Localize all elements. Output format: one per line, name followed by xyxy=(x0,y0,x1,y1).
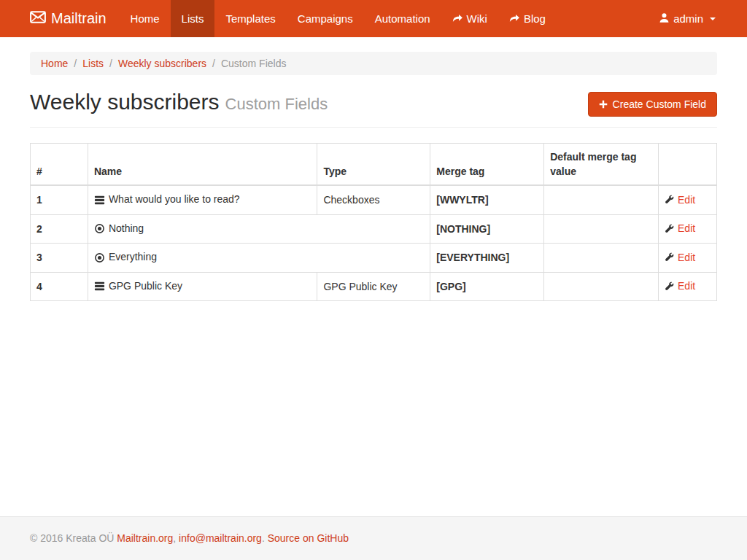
field-name-cell: Nothing xyxy=(88,214,430,244)
edit-cell: Edit xyxy=(659,185,717,214)
column-header: Type xyxy=(317,144,430,186)
field-name: GPG Public Key xyxy=(94,279,182,293)
field-name: What would you like to read? xyxy=(94,192,240,206)
nav-item-automation[interactable]: Automation xyxy=(364,0,441,37)
footer-link-source-on-github[interactable]: Source on GitHub xyxy=(268,532,349,544)
page-footer: © 2016 Kreata OÜ Mailtrain.org, info@mai… xyxy=(0,516,747,560)
nav-item-campaigns[interactable]: Campaigns xyxy=(287,0,364,37)
table-row: 1What would you like to read?Checkboxes[… xyxy=(31,185,717,214)
nav-item-label: Lists xyxy=(182,12,204,25)
table-row: 4GPG Public KeyGPG Public Key[GPG]Edit xyxy=(31,272,717,301)
list-icon xyxy=(94,281,105,292)
wrench-icon xyxy=(665,281,674,291)
field-type-cell: GPG Public Key xyxy=(317,272,430,301)
nav-item-label: Home xyxy=(131,12,160,25)
field-name-label: GPG Public Key xyxy=(109,279,182,293)
column-header: Merge tag xyxy=(430,144,544,186)
nav-item-home[interactable]: Home xyxy=(120,0,171,37)
column-header: Default merge tag value xyxy=(544,144,659,186)
row-number: 1 xyxy=(31,185,88,214)
external-link-icon xyxy=(509,14,519,24)
table-row: 2Nothing[NOTHING]Edit xyxy=(31,214,717,244)
breadcrumb-item: Lists xyxy=(82,58,104,69)
edit-cell: Edit xyxy=(659,214,717,244)
nav-item-templates[interactable]: Templates xyxy=(214,0,286,37)
nav-item-label: Blog xyxy=(524,12,546,25)
edit-link[interactable]: Edit xyxy=(665,250,695,265)
create-custom-field-button[interactable]: Create Custom Field xyxy=(588,92,717,117)
footer-copyright-text: , xyxy=(173,532,179,544)
row-number: 4 xyxy=(31,272,88,301)
breadcrumb-separator: / xyxy=(212,58,215,69)
footer-link-info-mailtrain-org[interactable]: info@mailtrain.org xyxy=(179,532,262,544)
merge-tag-cell: [GPG] xyxy=(430,272,544,301)
field-name-label: Everything xyxy=(109,249,157,264)
edit-label: Edit xyxy=(678,279,695,293)
breadcrumb-link-weekly-subscribers[interactable]: Weekly subscribers xyxy=(118,58,206,69)
edit-link[interactable]: Edit xyxy=(665,192,695,207)
wrench-icon xyxy=(665,224,674,233)
page-subtitle: Custom Fields xyxy=(225,95,328,113)
column-header: Name xyxy=(88,144,317,186)
nav-item-label: Templates xyxy=(225,12,275,25)
plus-icon xyxy=(599,100,608,109)
nav-item-label: Wiki xyxy=(467,12,487,25)
edit-link[interactable]: Edit xyxy=(665,221,695,236)
edit-label: Edit xyxy=(678,250,695,265)
user-icon xyxy=(659,12,670,26)
breadcrumb-link-lists[interactable]: Lists xyxy=(82,58,104,69)
edit-link[interactable]: Edit xyxy=(665,279,695,293)
nav-item-label: Campaigns xyxy=(298,12,353,25)
external-link-icon xyxy=(452,14,462,24)
column-header: # xyxy=(31,144,88,186)
column-header xyxy=(659,144,717,186)
nav-item-blog[interactable]: Blog xyxy=(498,0,557,37)
field-type-cell: Checkboxes xyxy=(317,185,430,214)
create-custom-field-label: Create Custom Field xyxy=(613,98,706,110)
edit-label: Edit xyxy=(678,192,695,207)
edit-label: Edit xyxy=(678,221,695,236)
page-title-text: Weekly subscribers xyxy=(30,90,220,114)
wrench-icon xyxy=(665,252,674,262)
field-name: Everything xyxy=(94,249,157,264)
record-icon xyxy=(94,252,105,263)
default-merge-tag-value-cell xyxy=(544,185,659,214)
breadcrumb-separator: / xyxy=(109,58,112,69)
nav-item-wiki[interactable]: Wiki xyxy=(441,0,498,37)
custom-fields-table: #NameTypeMerge tagDefault merge tag valu… xyxy=(30,143,717,301)
breadcrumb-link-home[interactable]: Home xyxy=(41,58,68,69)
field-name: Nothing xyxy=(94,221,144,236)
footer-copyright-text: © 2016 Kreata OÜ xyxy=(30,532,117,544)
edit-cell: Edit xyxy=(659,244,717,273)
user-name: admin xyxy=(673,12,703,25)
footer-text: © 2016 Kreata OÜ Mailtrain.org, info@mai… xyxy=(30,532,717,544)
merge-tag-cell: [EVERYTHING] xyxy=(430,244,544,273)
top-navbar: Mailtrain HomeListsTemplatesCampaignsAut… xyxy=(0,0,747,37)
breadcrumb-item: Home xyxy=(41,58,68,69)
breadcrumb-separator: / xyxy=(74,58,77,69)
field-name-cell: GPG Public Key xyxy=(88,272,317,301)
brand-logo[interactable]: Mailtrain xyxy=(30,0,120,37)
footer-link-mailtrain-org[interactable]: Mailtrain.org xyxy=(117,532,173,544)
nav-item-lists[interactable]: Lists xyxy=(171,0,215,37)
record-icon xyxy=(94,223,105,234)
merge-tag-cell: [NOTHING] xyxy=(430,214,544,244)
main-nav: HomeListsTemplatesCampaignsAutomationWik… xyxy=(120,0,557,37)
row-number: 2 xyxy=(31,214,88,244)
field-name-cell: Everything xyxy=(88,244,430,273)
breadcrumb-item: Weekly subscribers xyxy=(118,58,206,69)
envelope-icon xyxy=(30,10,46,27)
chevron-down-icon xyxy=(710,18,716,20)
default-merge-tag-value-cell xyxy=(544,244,659,273)
row-number: 3 xyxy=(31,244,88,273)
default-merge-tag-value-cell xyxy=(544,214,659,244)
edit-cell: Edit xyxy=(659,272,717,301)
breadcrumb: Home/Lists/Weekly subscribers/Custom Fie… xyxy=(30,52,717,75)
default-merge-tag-value-cell xyxy=(544,272,659,301)
brand-label: Mailtrain xyxy=(51,10,107,27)
list-icon xyxy=(94,195,105,206)
breadcrumb-active: Custom Fields xyxy=(221,58,286,69)
footer-copyright-text: . xyxy=(262,532,268,544)
merge-tag-cell: [WWYLTR] xyxy=(430,185,544,214)
user-dropdown[interactable]: admin xyxy=(648,0,717,37)
